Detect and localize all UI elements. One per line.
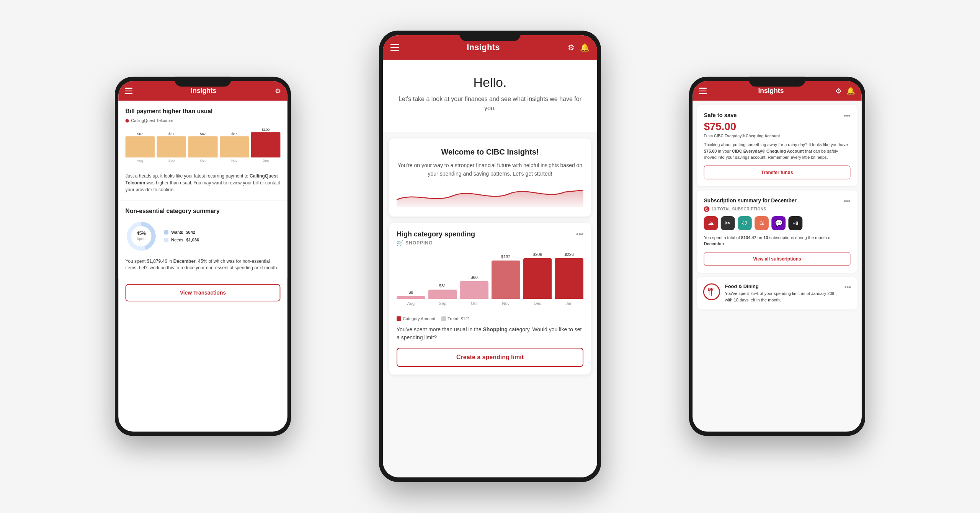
bar-label: $9 [408,290,413,295]
bar-rect [428,290,457,299]
right-menu-icon[interactable] [699,88,707,94]
safe-header: Safe to save $75.00 ••• [704,112,851,134]
bar-oct: $67 Oct [188,127,218,163]
view-transactions-button[interactable]: View Transactions [126,284,281,301]
welcome-title: Welcome to CIBC Insights! [397,148,583,156]
sub-total-text: 13 TOTAL SUBSCRIPTIONS [712,207,766,211]
bar-amount: $67 [168,132,174,135]
donut-chart: 45% Spent [126,220,157,252]
bar-amount: $67 [137,132,143,135]
high-spending-title: High category spending [397,230,475,238]
wave-chart [397,184,583,207]
donut-legend: Wants $842 Needs $1,036 [164,230,199,243]
hello-subtitle: Let's take a look at your finances and s… [394,94,586,113]
bar-rect [220,136,249,157]
subscription-card: Subscription summary for December ••• 13… [697,191,858,273]
right-header-icons: ⚙ 🔔 [835,87,855,95]
bar-nov: $67 Nov [220,127,249,163]
bar-rect [492,261,520,299]
phone-center-notch [459,31,521,41]
legend-text: Category Amount [403,316,435,321]
bar-month: Dec [263,159,269,163]
food-menu-dots[interactable]: ••• [844,283,851,291]
bar-label: $226 [564,252,573,257]
svg-text:Spent: Spent [137,237,145,240]
phone-right-notch [749,77,805,87]
card-menu-dots[interactable]: ••• [576,230,583,238]
sub-icons-row: ⛰ ✂ 🛡 ≋ 💬 +8 [704,216,851,230]
transfer-funds-button[interactable]: Transfer funds [704,166,851,179]
bar-rect [397,296,425,299]
bar-aug: $67 Aug [126,127,155,163]
legend-trend-text: Trend: $121 [448,316,470,321]
chart-container: $9 Aug $31 Sep $60 [397,252,583,313]
food-icon [703,283,720,300]
bar-rect [188,136,218,157]
bar-month: Sep [168,159,175,163]
bar-jan: $226 Jan [555,252,583,306]
phone-left-screen: Insights ⚙ Bill payment higher than usua… [118,81,287,432]
category-label: SHOPPING [405,240,433,246]
bar-month: Nov [502,301,510,306]
bar-dec: $206 Dec [523,252,552,306]
center-menu-icon[interactable] [390,44,399,51]
bar-rect [157,136,186,157]
view-all-subscriptions-button[interactable]: View all subscriptions [704,252,851,266]
wants-label: Wants [171,230,183,235]
needs-label: Needs [171,238,183,243]
left-bill-legend: CallingQuest Telcomm [126,118,281,123]
left-bill-card: Bill payment higher than usual CallingQu… [118,101,287,200]
scene: Insights ⚙ Bill payment higher than usua… [0,0,980,513]
legend-trend: Trend: $121 [441,316,470,321]
bar-amount: $67 [200,132,206,135]
phone-center-screen: Insights ⚙ 🔔 Hello. Let's take a look at… [383,35,597,477]
sub-menu-dots[interactable]: ••• [844,197,850,205]
welcome-body: You're on your way to a stronger financi… [397,161,583,178]
bar-label: $31 [439,283,446,288]
center-bell-icon[interactable]: 🔔 [580,43,590,52]
nonessential-title: Non-essential category summary [126,208,281,215]
clock-icon [704,206,710,212]
food-description: You've spent 75% of your spending limit … [725,290,840,303]
nonessential-text: You spent $1,879.46 in December, 45% of … [126,257,281,271]
left-settings-icon[interactable]: ⚙ [275,87,281,95]
phone-left-notch [175,77,231,87]
legend-needs: Needs $1,036 [164,238,199,243]
bar-aug: $9 Aug [397,252,425,306]
left-bill-title: Bill payment higher than usual [126,108,281,115]
right-bell-icon[interactable]: 🔔 [846,87,855,95]
safe-menu-dots[interactable]: ••• [844,112,850,134]
sub-icon-shield: 🛡 [738,216,752,230]
sub-icon-stream: ≋ [755,216,769,230]
center-settings-icon[interactable]: ⚙ [568,43,575,52]
bar-month: Sep [439,301,446,306]
create-spending-limit-button[interactable]: Create a spending limit [397,348,583,367]
left-bill-chart: $67 Aug $67 Sep $67 Oct [126,127,281,169]
sub-icon-more: +8 [788,216,802,230]
phone-right: Insights ⚙ 🔔 Safe to save $75.00 ••• [689,77,865,436]
phone-center: Insights ⚙ 🔔 Hello. Let's take a look at… [379,31,601,482]
hello-section: Hello. Let's take a look at your finance… [383,60,597,132]
bar-label: $132 [501,254,510,259]
bar-sep: $31 Sep [428,252,457,306]
left-header-icons: ⚙ [275,87,281,95]
bar-amount: $67 [231,132,237,135]
sub-icon-scissors: ✂ [721,216,735,230]
left-menu-icon[interactable] [125,88,132,94]
wants-amount: $842 [186,230,195,235]
safe-header-left: Safe to save $75.00 [704,112,737,134]
spending-description: You've spent more than usual in the Shop… [397,326,583,342]
safe-text: Thinking about putting something away fo… [704,142,851,161]
high-spending-card: High category spending ••• 🛒 SHOPPING $9 [389,223,591,375]
needs-amount: $1,036 [186,238,199,243]
bar-nov: $132 Nov [492,252,520,306]
food-title: Food & Dining [725,283,840,289]
bar-month: Oct [200,159,206,163]
needs-color [164,238,168,242]
bar-amount: $100 [262,127,270,131]
right-settings-icon[interactable]: ⚙ [835,87,842,95]
svg-text:45%: 45% [137,230,146,236]
sub-icon-chat: 💬 [771,216,786,230]
center-header-title: Insights [467,42,500,52]
bar-rect [251,132,281,157]
